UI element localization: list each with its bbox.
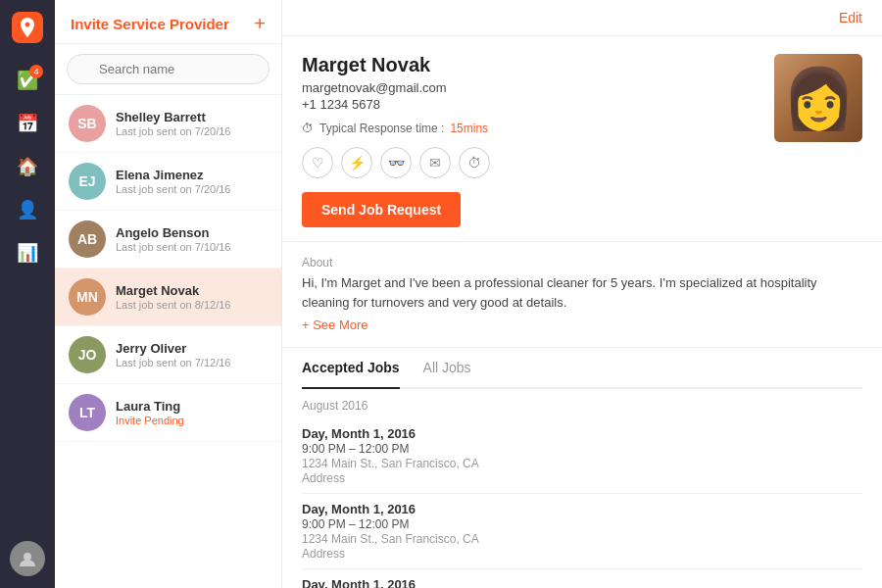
sidebar-header: Invite Service Provider + xyxy=(55,0,281,44)
month-label: August 2016 xyxy=(302,389,862,418)
main-content: Edit Marget Novak margetnovak@gmail.com … xyxy=(282,0,882,588)
message-button[interactable]: ✉ xyxy=(419,147,451,178)
contact-info: Angelo Benson Last job sent on 7/10/16 xyxy=(116,225,268,253)
tab-all-jobs[interactable]: All Jobs xyxy=(423,348,471,389)
main-topbar: Edit xyxy=(282,0,882,36)
contact-info: Jerry Oliver Last job sent on 7/12/16 xyxy=(116,341,268,368)
contact-name: Laura Ting xyxy=(116,399,268,414)
nav-home-icon[interactable]: 🏠 xyxy=(10,149,45,184)
contact-avatar: LT xyxy=(69,394,106,431)
response-label: Typical Response time : xyxy=(319,122,444,135)
job-time: 9:00 PM – 12:00 PM xyxy=(302,517,862,531)
contact-sub: Last job sent on 7/20/16 xyxy=(116,183,268,195)
contact-item-shelley[interactable]: SB Shelley Barrett Last job sent on 7/20… xyxy=(55,95,281,153)
response-value: 15mins xyxy=(450,122,488,135)
tasks-badge: 4 xyxy=(29,65,43,78)
job-item-2: Day, Month 1, 2016 9:00 PM – 12:00 PM 12… xyxy=(302,569,862,588)
contact-info: Marget Novak Last job sent on 8/12/16 xyxy=(116,283,268,311)
contact-info: Shelley Barrett Last job sent on 7/20/16 xyxy=(116,110,268,137)
about-label: About xyxy=(302,256,862,270)
profile-section: Marget Novak margetnovak@gmail.com +1 12… xyxy=(282,36,882,242)
nav-analytics-icon[interactable]: 📊 xyxy=(10,235,45,270)
contact-sub: Invite Pending xyxy=(116,415,268,426)
contact-info: Elena Jimenez Last job sent on 7/20/16 xyxy=(116,168,268,195)
jobs-section: August 2016 Day, Month 1, 2016 9:00 PM –… xyxy=(282,389,882,588)
contact-avatar: MN xyxy=(69,278,106,316)
contact-name: Angelo Benson xyxy=(116,225,268,240)
app-logo xyxy=(12,12,43,43)
svg-point-0 xyxy=(24,553,31,561)
favorite-button[interactable]: ♡ xyxy=(302,147,333,178)
contact-sub: Last job sent on 8/12/16 xyxy=(116,299,268,311)
nav-user-avatar[interactable] xyxy=(10,541,45,576)
contact-name: Elena Jimenez xyxy=(116,168,268,182)
profile-photo-image xyxy=(774,54,862,142)
sidebar-title: Invite Service Provider xyxy=(71,16,229,32)
contact-avatar: SB xyxy=(69,105,106,142)
contact-item-angelo[interactable]: AB Angelo Benson Last job sent on 7/10/1… xyxy=(55,211,281,269)
job-date: Day, Month 1, 2016 xyxy=(302,577,862,588)
job-item-0: Day, Month 1, 2016 9:00 PM – 12:00 PM 12… xyxy=(302,418,862,494)
profile-photo xyxy=(774,54,862,142)
contact-name: Shelley Barrett xyxy=(116,110,268,124)
job-address: 1234 Main St., San Francisco, CA xyxy=(302,532,862,546)
clock-icon: ⏱ xyxy=(302,122,314,135)
job-time: 9:00 PM – 12:00 PM xyxy=(302,442,862,456)
action-icons: ♡ ⚡ 👓 ✉ ⏱ xyxy=(302,147,759,178)
add-provider-button[interactable]: + xyxy=(254,14,266,33)
contact-name: Jerry Oliver xyxy=(116,341,268,356)
glasses-button[interactable]: 👓 xyxy=(380,147,412,178)
nav-calendar-icon[interactable]: 📅 xyxy=(10,106,45,141)
tabs-row: Accepted JobsAll Jobs xyxy=(302,348,862,389)
response-time: ⏱ Typical Response time : 15mins xyxy=(302,122,759,135)
tab-accepted-jobs[interactable]: Accepted Jobs xyxy=(302,348,400,389)
contact-item-laura[interactable]: LT Laura Ting Invite Pending xyxy=(55,384,281,442)
profile-phone: +1 1234 5678 xyxy=(302,97,759,112)
tabs-section: Accepted JobsAll Jobs xyxy=(282,348,882,389)
profile-name: Marget Novak xyxy=(302,54,759,76)
contact-item-marget[interactable]: MN Marget Novak Last job sent on 8/12/16 xyxy=(55,269,281,326)
contact-sub: Last job sent on 7/10/16 xyxy=(116,241,268,253)
nav-user-icon[interactable]: 👤 xyxy=(10,192,45,227)
contact-info: Laura Ting Invite Pending xyxy=(116,399,268,426)
edit-button[interactable]: Edit xyxy=(839,10,862,25)
contact-avatar: EJ xyxy=(69,163,106,200)
job-date: Day, Month 1, 2016 xyxy=(302,426,862,441)
job-date: Day, Month 1, 2016 xyxy=(302,502,862,516)
see-more-button[interactable]: + See More xyxy=(302,318,368,332)
contact-avatar: AB xyxy=(69,220,106,258)
contact-name: Marget Novak xyxy=(116,283,268,298)
job-address2: Address xyxy=(302,471,862,485)
clock-button[interactable]: ⏱ xyxy=(459,147,490,178)
search-input[interactable] xyxy=(67,54,270,84)
job-item-1: Day, Month 1, 2016 9:00 PM – 12:00 PM 12… xyxy=(302,494,862,569)
about-text: Hi, I'm Marget and I've been a professio… xyxy=(302,273,862,312)
contact-item-elena[interactable]: EJ Elena Jimenez Last job sent on 7/20/1… xyxy=(55,153,281,211)
nav-tasks-icon[interactable]: ✅ 4 xyxy=(10,63,45,98)
about-section: About Hi, I'm Marget and I've been a pro… xyxy=(282,242,882,348)
profile-info: Marget Novak margetnovak@gmail.com +1 12… xyxy=(302,54,759,227)
contact-sub: Last job sent on 7/12/16 xyxy=(116,357,268,368)
job-address2: Address xyxy=(302,547,862,561)
profile-email: margetnovak@gmail.com xyxy=(302,80,759,95)
job-address: 1234 Main St., San Francisco, CA xyxy=(302,457,862,470)
sidebar: Invite Service Provider + 🔍 SB Shelley B… xyxy=(55,0,282,588)
contact-list: SB Shelley Barrett Last job sent on 7/20… xyxy=(55,95,281,588)
contact-avatar: JO xyxy=(69,336,106,373)
contact-item-jerry[interactable]: JO Jerry Oliver Last job sent on 7/12/16 xyxy=(55,326,281,384)
left-nav: ✅ 4 📅 🏠 👤 📊 xyxy=(0,0,55,588)
send-job-button[interactable]: Send Job Request xyxy=(302,192,461,227)
contact-sub: Last job sent on 7/20/16 xyxy=(116,125,268,137)
search-wrapper: 🔍 xyxy=(67,54,270,84)
bolt-button[interactable]: ⚡ xyxy=(341,147,372,178)
search-box: 🔍 xyxy=(55,44,281,95)
